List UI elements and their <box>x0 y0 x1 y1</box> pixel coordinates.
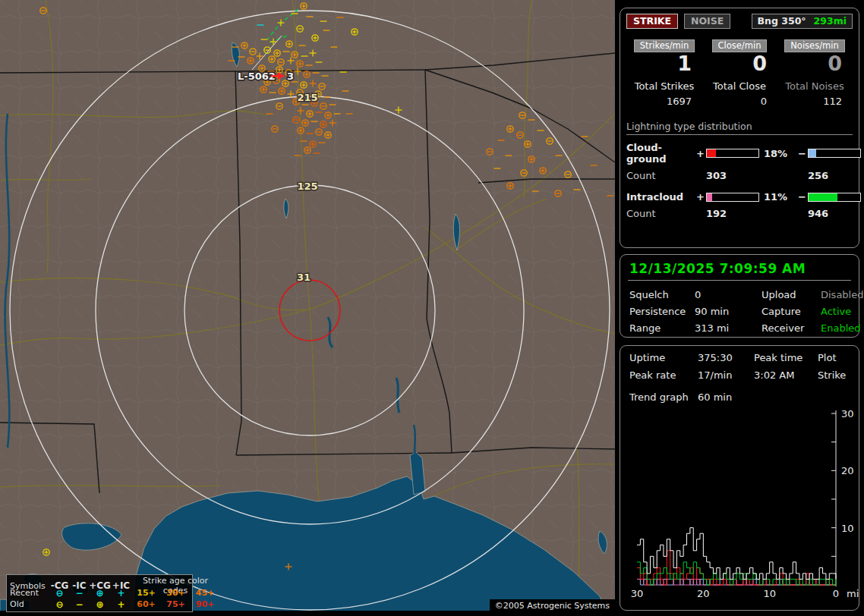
squelch-label: Squelch <box>629 289 695 300</box>
cloud-ground-label: Cloud-ground <box>626 142 696 165</box>
total-close-value: 0 <box>703 96 776 107</box>
bearing-distance: 293mi <box>814 15 847 27</box>
cg-minus-sign: − <box>798 148 808 159</box>
peak-time-value: 3:02 AM <box>754 369 818 381</box>
ic-neg-count: 946 <box>808 208 864 219</box>
strikes-per-min-value: 1 <box>628 53 701 74</box>
storm-cell-speed: 3 <box>287 71 294 82</box>
uptime-label: Uptime <box>629 352 698 363</box>
svg-text:20: 20 <box>841 465 854 476</box>
old-ic-pos-icon: + <box>111 599 131 610</box>
close-per-min-button[interactable]: Close/min <box>712 39 768 52</box>
recent-cg-pos-icon: ⊕ <box>89 588 111 599</box>
legend-recent-label: Recent <box>10 588 49 598</box>
copyright-text: ©2005 Astrogenic Systems <box>490 599 615 612</box>
uptime-value: 375:30 <box>698 352 754 363</box>
ic-minus-sign: − <box>798 191 808 203</box>
map-legend: Symbols -CG -IC +CG +IC Strike age color… <box>6 574 193 612</box>
total-close-label: Total Close <box>703 80 776 92</box>
age-90: 90+ <box>191 599 219 609</box>
intracloud-row: Intracloud + 11% − 56% <box>626 191 853 203</box>
close-per-min-column: Close/min 0 Total Close 0 <box>703 39 776 107</box>
cg-neg-bar <box>808 149 861 158</box>
ic-count-label: Count <box>626 208 696 219</box>
legend-old-row: Old ⊖ − ⊕ + 60+ 75+ 90+ <box>10 599 189 610</box>
strikes-per-min-button[interactable]: Strikes/min <box>634 39 695 52</box>
svg-text:20: 20 <box>697 588 710 599</box>
old-cg-neg-icon: ⊖ <box>49 599 70 610</box>
svg-text:10: 10 <box>841 523 854 534</box>
peak-rate-value: 17/min <box>698 369 754 381</box>
legend-header-row: Symbols -CG -IC +CG +IC Strike age color… <box>10 576 189 587</box>
lightning-distribution: Lightning type distribution Cloud-ground… <box>626 121 853 219</box>
map-canvas[interactable]: 215 125 31 L-5062 3 <box>0 0 615 616</box>
svg-text:10: 10 <box>763 588 776 599</box>
trend-graph-chart: 1020306050403020100min <box>628 404 859 599</box>
total-noises-label: Total Noises <box>778 80 851 92</box>
cg-pos-pct: 18% <box>764 148 798 159</box>
bearing-label: Bng 350° <box>758 15 806 27</box>
age-15: 15+ <box>131 588 161 598</box>
cg-pos-bar <box>706 149 759 158</box>
cg-neg-count: 256 <box>808 170 864 181</box>
total-strikes-value: 1697 <box>628 96 701 107</box>
cloud-ground-row: Cloud-ground + 18% − 15% <box>626 142 853 165</box>
total-noises-value: 112 <box>778 96 851 107</box>
recent-ic-neg-icon: − <box>70 588 89 599</box>
receiver-status: Enabled <box>821 322 861 334</box>
storm-cell-id: L-5062 <box>238 71 276 82</box>
age-75: 75+ <box>161 599 191 609</box>
datetime-display: 12/13/2025 7:09:59 AM <box>628 259 851 281</box>
trend-graph-label: Trend graph <box>629 391 698 403</box>
intracloud-count-row: Count 192 946 <box>626 208 853 219</box>
noises-per-min-value: 0 <box>778 53 851 74</box>
range-label: Range <box>629 322 695 334</box>
persistence-label: Persistence <box>629 306 695 317</box>
age-60: 60+ <box>131 599 161 609</box>
cg-plus-sign: + <box>696 148 706 159</box>
capture-status: Active <box>821 306 851 317</box>
strike-button[interactable]: STRIKE <box>626 14 678 29</box>
ic-plus-sign: + <box>696 191 706 203</box>
noises-per-min-button[interactable]: Noises/min <box>784 39 844 52</box>
trend-graph-window: 60 min <box>698 391 854 403</box>
svg-text:0: 0 <box>833 588 839 599</box>
lightning-map[interactable]: 215 125 31 L-5062 3 Symbols -CG -IC +CG … <box>0 0 615 616</box>
total-strikes-label: Total Strikes <box>628 80 701 92</box>
squelch-upload-row: Squelch 0 Upload Disabled <box>628 289 851 300</box>
recent-ic-pos-icon: + <box>111 588 131 599</box>
ic-pos-pct: 11% <box>764 191 798 203</box>
age-45: 45+ <box>191 588 219 598</box>
legend-recent-row: Recent ⊖ − ⊕ + 15+ 30+ 45+ <box>10 587 189 599</box>
uptime-row: Uptime 375:30 Peak time Plot <box>628 352 854 363</box>
ic-pos-count: 192 <box>706 208 798 219</box>
trend-graph-row: Trend graph 60 min <box>628 391 854 403</box>
capture-label: Capture <box>762 306 821 317</box>
cg-pos-count: 303 <box>706 170 798 181</box>
legend-old-label: Old <box>10 599 49 609</box>
strikes-per-min-column: Strikes/min 1 Total Strikes 1697 <box>628 39 701 107</box>
bearing-readout: Bng 350° 293mi <box>752 14 853 29</box>
side-panel: STRIKE NOISE Bng 350° 293mi Strikes/min … <box>616 0 864 616</box>
range-receiver-row: Range 313 mi Receiver Enabled <box>628 322 851 334</box>
trend-box: Uptime 375:30 Peak time Plot Peak rate 1… <box>620 345 859 611</box>
upload-label: Upload <box>762 289 821 300</box>
status-box: 12/13/2025 7:09:59 AM Squelch 0 Upload D… <box>620 254 859 338</box>
plot-value: Strike <box>818 369 854 381</box>
ic-neg-bar <box>808 193 861 202</box>
ring-label-215: 215 <box>297 92 317 103</box>
persistence-capture-row: Persistence 90 min Capture Active <box>628 306 851 317</box>
distribution-title: Lightning type distribution <box>626 121 853 135</box>
peak-rate-row: Peak rate 17/min 3:02 AM Strike <box>628 369 854 381</box>
ic-pos-bar <box>706 193 759 202</box>
peak-time-label: Peak time <box>754 352 818 363</box>
old-cg-pos-icon: ⊕ <box>89 599 111 610</box>
intracloud-label: Intracloud <box>626 191 696 203</box>
counters-box: STRIKE NOISE Bng 350° 293mi Strikes/min … <box>620 8 859 248</box>
persistence-value: 90 min <box>695 306 762 317</box>
upload-status: Disabled <box>821 289 863 300</box>
old-ic-neg-icon: − <box>70 599 89 610</box>
noise-button[interactable]: NOISE <box>684 14 730 29</box>
ring-label-31: 31 <box>297 272 311 283</box>
plot-label: Plot <box>818 352 854 363</box>
